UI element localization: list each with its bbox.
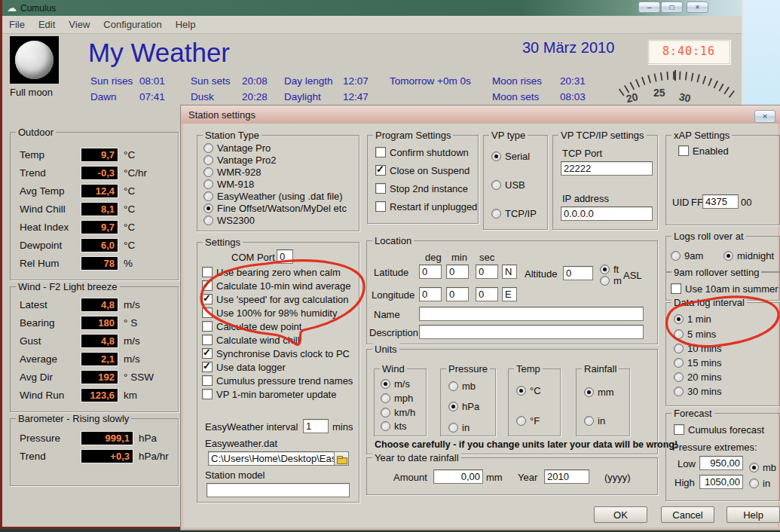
radio-wind-mph[interactable]: mph (381, 393, 413, 403)
easyweather-dat-input[interactable]: C:\Users\Home\Desktop\Eas (208, 451, 335, 466)
radio-pressure-hpa[interactable]: hPa (448, 401, 479, 411)
close-button[interactable]: × (687, 2, 708, 13)
radio-vantage-pro2[interactable]: Vantage Pro2 (203, 154, 277, 165)
maximize-button[interactable]: □ (661, 2, 683, 13)
longitude-deg-input[interactable]: 0 (419, 287, 442, 301)
latitude-min-input[interactable]: 0 (446, 264, 469, 279)
check-vp-1min-barometer[interactable]: VP 1-min barometer update (202, 389, 336, 399)
station-model-input[interactable] (206, 483, 350, 497)
radio-interval-15min[interactable]: 15 mins (674, 357, 722, 368)
year-input[interactable]: 2010 (544, 469, 589, 484)
check-xap-enabled[interactable]: Enabled (678, 145, 729, 156)
check-stop-2nd-instance[interactable]: Stop 2nd instance (375, 183, 468, 194)
check-bearing-zero[interactable]: Use bearing zero when calm (202, 267, 341, 277)
gauge-label-30: 30 (678, 90, 693, 105)
radio-usb[interactable]: USB (491, 179, 525, 190)
radio-temp-f[interactable]: °F (516, 415, 540, 426)
radio-interval-10min[interactable]: 10 mins (674, 343, 722, 353)
radio-wind-ms[interactable]: m/s (381, 378, 410, 389)
radio-label: Vantage Pro2 (217, 154, 277, 166)
tcp-port-input[interactable]: 22222 (561, 161, 653, 176)
minimize-button[interactable]: – (638, 2, 660, 13)
check-10am-summer[interactable]: Use 10am in summer (671, 283, 778, 294)
com-port-input[interactable]: 0 (277, 249, 293, 264)
radio-label: ft (613, 264, 619, 275)
radio-ws2300[interactable]: WS2300 (203, 215, 255, 225)
radio-pressure-mb[interactable]: mb (448, 381, 476, 391)
name-input[interactable] (419, 307, 644, 321)
forecast-low-input[interactable]: 950,00 (699, 456, 743, 470)
radio-tcpip[interactable]: TCP/IP (491, 208, 537, 219)
radio-rainfall-mm[interactable]: mm (584, 387, 614, 397)
help-button[interactable]: Help (726, 506, 780, 523)
radio-wind-kts[interactable]: kts (381, 420, 407, 431)
radio-wmr928[interactable]: WMR-928 (203, 167, 262, 177)
dialog-titlebar[interactable]: Station settings (181, 105, 780, 124)
radio-altitude-ft[interactable]: ft (600, 264, 619, 274)
main-titlebar[interactable]: ☁ Cumulus (2, 0, 742, 16)
radio-interval-1min[interactable]: 1 min (674, 313, 711, 324)
radio-temp-c[interactable]: °C (516, 385, 541, 396)
forecast-high-input[interactable]: 1050,00 (699, 475, 743, 489)
longitude-min-input[interactable]: 0 (446, 287, 469, 301)
check-calc-wind-chill[interactable]: Calculate wind chill (202, 335, 300, 345)
altitude-label: Altitude (525, 268, 557, 280)
check-close-on-suspend[interactable]: Close on Suspend (375, 165, 470, 176)
radio-wm918[interactable]: WM-918 (203, 179, 254, 189)
check-use-data-logger[interactable]: Use data logger (202, 362, 286, 372)
altitude-input[interactable]: 0 (563, 266, 593, 280)
latitude-sec-input[interactable]: 0 (476, 264, 498, 279)
cancel-button[interactable]: Cancel (661, 506, 714, 523)
radio-wind-kmh[interactable]: km/h (381, 407, 415, 417)
easyweather-interval-input[interactable]: 1 (303, 419, 329, 433)
check-pressure-trend-names[interactable]: Cumulus pressure trend names (202, 375, 353, 386)
description-input[interactable] (419, 325, 644, 339)
radio-altitude-m[interactable]: m (600, 275, 622, 286)
check-cumulus-forecast[interactable]: Cumulus forecast (674, 424, 764, 435)
check-sync-davis-clock[interactable]: Synchronise Davis clock to PC (202, 348, 350, 359)
menu-help[interactable]: Help (169, 19, 203, 30)
radio-rollover-midnight[interactable]: midnight (723, 250, 774, 261)
dialog-close-button[interactable]: × (754, 110, 775, 123)
check-calc-dew-point[interactable]: Calculate dew point (202, 321, 301, 332)
longitude-sec-input[interactable]: 0 (476, 287, 498, 301)
gust-display: 4,8 (81, 334, 118, 348)
wind-run-display: 123,6 (81, 388, 118, 402)
check-speed-for-avg[interactable]: Use 'speed' for avg calculation (202, 294, 349, 304)
menu-configuration[interactable]: Configuration (96, 19, 168, 30)
radio-forecast-mb[interactable]: mb (749, 462, 776, 472)
checkbox-icon (202, 307, 213, 318)
uid-input[interactable]: 4375 (702, 194, 739, 209)
check-restart-if-unplugged[interactable]: Restart if unplugged (375, 201, 477, 212)
check-100-for-98[interactable]: Use 100% for 98% humidity (202, 307, 337, 318)
baro-trend-unit: hPa/hr (139, 451, 169, 462)
menu-file[interactable]: File (2, 19, 32, 30)
check-10min-wind-average[interactable]: Calculate 10-min wind average (202, 280, 350, 291)
ok-button[interactable]: OK (594, 506, 647, 523)
settings-title: Settings (203, 237, 243, 248)
location-title: Location (372, 235, 414, 246)
xap-settings-group: xAP Settings Enabled UID FF 4375 00 (665, 135, 780, 225)
radio-interval-20min[interactable]: 20 mins (674, 371, 722, 382)
check-confirm-shutdown[interactable]: Confirm shutdown (375, 147, 469, 157)
vp-type-title: VP type (489, 130, 528, 141)
menu-view[interactable]: View (62, 19, 96, 30)
latitude-hemisphere-input[interactable]: N (502, 264, 517, 279)
radio-rollover-9am[interactable]: 9am (671, 250, 703, 261)
amount-input[interactable]: 0,00 (433, 469, 483, 484)
radio-vantage-pro[interactable]: Vantage Pro (203, 142, 271, 153)
radio-easyweather[interactable]: EasyWeather (using .dat file) (203, 191, 343, 201)
browse-folder-button[interactable] (334, 451, 349, 466)
ip-address-input[interactable]: 0.0.0.0 (561, 206, 653, 221)
radio-serial[interactable]: Serial (491, 151, 530, 161)
radio-fine-offset[interactable]: Fine Offset/Watson/MyDel etc (203, 203, 347, 213)
radio-rainfall-in[interactable]: in (584, 415, 605, 426)
radio-forecast-in[interactable]: in (749, 478, 770, 488)
menu-edit[interactable]: Edit (32, 19, 62, 30)
longitude-hemisphere-input[interactable]: E (502, 287, 517, 301)
radio-interval-5min[interactable]: 5 mins (674, 329, 716, 339)
latitude-deg-input[interactable]: 0 (419, 264, 442, 279)
radio-interval-30min[interactable]: 30 mins (674, 386, 722, 396)
forecast-title: Forecast (671, 408, 714, 419)
radio-pressure-in[interactable]: in (448, 422, 470, 433)
